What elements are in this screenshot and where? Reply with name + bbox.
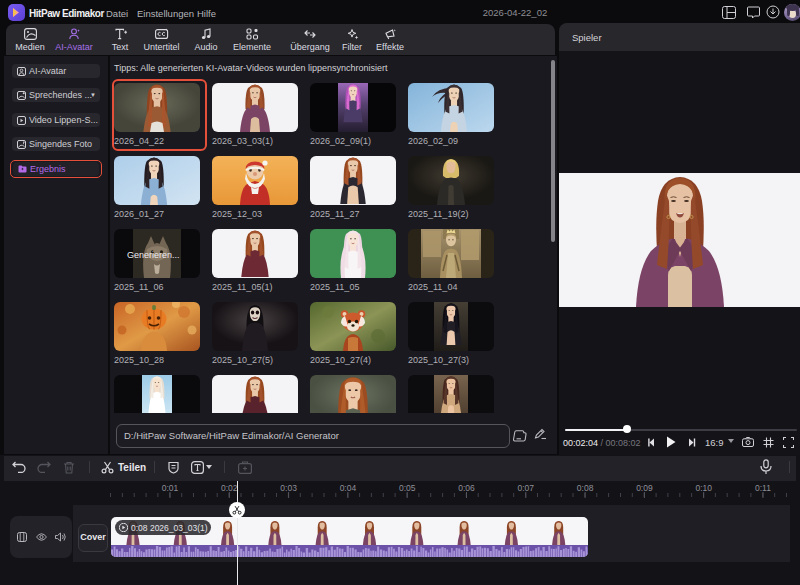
svg-text:0:11: 0:11	[755, 483, 771, 493]
svg-text:0:08: 0:08	[577, 483, 594, 493]
svg-text:0:10: 0:10	[695, 483, 712, 493]
svg-text:0:03: 0:03	[280, 483, 297, 493]
svg-text:0:06: 0:06	[458, 483, 475, 493]
svg-text:0:02: 0:02	[221, 483, 238, 493]
svg-text:0:01: 0:01	[162, 483, 179, 493]
svg-text:0:04: 0:04	[340, 483, 357, 493]
svg-text:0:07: 0:07	[518, 483, 535, 493]
svg-text:0:05: 0:05	[399, 483, 416, 493]
svg-text:0:09: 0:09	[636, 483, 653, 493]
